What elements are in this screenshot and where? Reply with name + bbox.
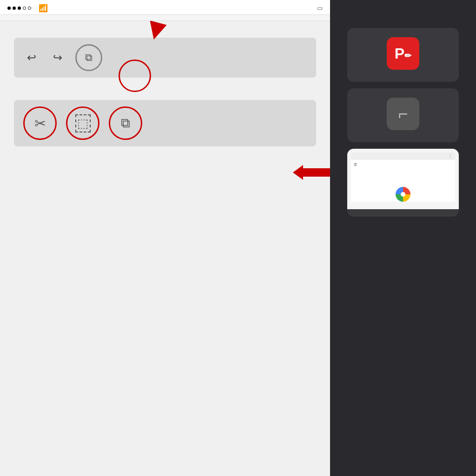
ipad-screen: 📶 ▭ ▼ ↩ ↪ ⧉ bbox=[0, 0, 330, 476]
signal-dot-5 bbox=[28, 7, 31, 10]
battery-icon: ▭ bbox=[317, 5, 323, 12]
icon-row-box: ✂ ⬚ ⧉ bbox=[14, 100, 316, 146]
paste-icon: ⧉ bbox=[85, 52, 93, 64]
chrome-bookmark-row: ☰ bbox=[354, 163, 452, 167]
chrome-tab-bar: ⋮ bbox=[351, 152, 455, 160]
copy-dashed-icon: ⬚ bbox=[75, 114, 91, 132]
chrome-label-area bbox=[347, 209, 459, 217]
status-bar: 📶 ▭ bbox=[0, 0, 330, 14]
horizontal-arrow bbox=[293, 165, 330, 180]
redo-icon: ↪ bbox=[53, 51, 62, 64]
signal-dot-4 bbox=[23, 7, 26, 10]
copy-icon-circle: ⬚ bbox=[66, 106, 99, 140]
chrome-page-content: ☰ bbox=[351, 160, 455, 202]
signal-dot-1 bbox=[7, 7, 11, 10]
toolbar-annotation: ▼ ↩ ↪ ⧉ bbox=[14, 38, 316, 78]
signal-dot-3 bbox=[18, 7, 21, 10]
arrow-head-icon bbox=[293, 165, 303, 180]
url-bar[interactable] bbox=[0, 14, 330, 21]
redo-button[interactable]: ↪ bbox=[49, 49, 66, 66]
app-switcher-panel: P✏ ⌐ ⋮ ☰ bbox=[330, 0, 476, 476]
chrome-logo bbox=[396, 187, 410, 202]
chrome-icon-container bbox=[354, 168, 452, 196]
undo-button[interactable]: ↩ bbox=[23, 49, 40, 66]
status-left: 📶 bbox=[7, 4, 48, 13]
chrome-mini-screen: ⋮ ☰ bbox=[347, 149, 459, 209]
undo-icon: ↩ bbox=[27, 51, 36, 64]
scissors-icon-circle: ✂ bbox=[23, 106, 57, 140]
edhita-icon-glyph: ⌐ bbox=[398, 104, 408, 124]
paste-icon-circle: ⧉ bbox=[109, 106, 142, 140]
chrome-inner-circle bbox=[401, 192, 405, 197]
paste-circle-button[interactable]: ⧉ bbox=[75, 44, 102, 71]
scissors-icon: ✂ bbox=[34, 115, 46, 132]
wifi-icon: 📶 bbox=[39, 4, 48, 13]
chrome-menu-icon: ⋮ bbox=[448, 154, 452, 159]
arrow-body bbox=[303, 168, 330, 177]
chrome-app-card[interactable]: ⋮ ☰ bbox=[347, 149, 459, 217]
status-right: ▭ bbox=[317, 5, 323, 12]
phonto-icon-label: P✏ bbox=[395, 45, 411, 62]
content-area: ▼ ↩ ↪ ⧉ bbox=[0, 21, 330, 476]
phonto-app-card[interactable]: P✏ bbox=[347, 28, 459, 82]
phonto-app-icon: P✏ bbox=[387, 37, 419, 70]
edhita-app-icon: ⌐ bbox=[387, 98, 419, 130]
hamburger-icon: ☰ bbox=[354, 163, 357, 167]
signal-dot-2 bbox=[13, 7, 16, 10]
paste-icon-2: ⧉ bbox=[121, 116, 130, 131]
edhita-app-card[interactable]: ⌐ bbox=[347, 88, 459, 142]
